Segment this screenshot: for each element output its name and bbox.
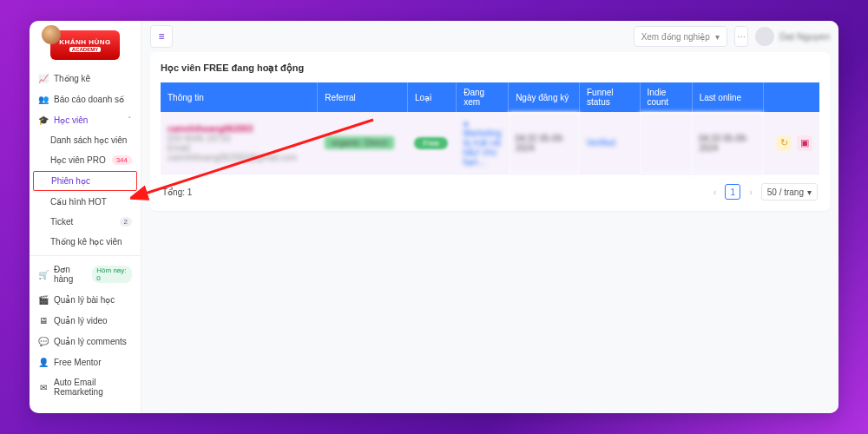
col-actions bbox=[764, 82, 819, 112]
users-icon: 👥 bbox=[38, 94, 49, 104]
mail-icon: ✉ bbox=[38, 382, 49, 392]
nav-label: Học viên bbox=[54, 115, 88, 125]
students-table: Thông tin Referral Loại Đang xem Ngày đă… bbox=[161, 82, 819, 174]
sub-student-stats[interactable]: Thống kê học viên bbox=[30, 232, 141, 252]
nav-label: Auto Email Remarketing bbox=[54, 378, 132, 397]
logo-text-2: ACADEMY bbox=[69, 47, 101, 52]
cell-type: Free bbox=[407, 112, 456, 174]
nav-orders[interactable]: 🛒 Đơn hàng Hôm nay: 0 bbox=[30, 260, 141, 289]
nav-label: Thống kê bbox=[54, 74, 90, 83]
sub-label: Phiên học bbox=[51, 176, 90, 186]
chart-icon: 📈 bbox=[38, 73, 49, 83]
topbar: ≡ Xem đồng nghiệp ▾ ⋯ Dat Nguyen bbox=[141, 21, 838, 52]
more-button[interactable]: ⋯ bbox=[734, 26, 748, 47]
nav-free-mentor[interactable]: 👤 Free Mentor bbox=[30, 352, 141, 372]
sidebar: KHÁNH HÙNG ACADEMY 📈 Thống kê 👥 Báo cáo … bbox=[30, 21, 141, 413]
nav-auto-email[interactable]: ✉ Auto Email Remarketing bbox=[30, 372, 141, 402]
user-menu[interactable]: Dat Nguyen bbox=[755, 27, 830, 46]
col-type[interactable]: Loại bbox=[407, 82, 456, 112]
sub-hot-config[interactable]: Cấu hình HOT bbox=[30, 192, 141, 212]
sub-label: Học viên PRO bbox=[50, 155, 106, 165]
page-next[interactable]: › bbox=[746, 187, 755, 197]
col-last-online[interactable]: Last online bbox=[692, 82, 764, 112]
page-current[interactable]: 1 bbox=[725, 184, 740, 200]
badge-count: 344 bbox=[112, 155, 132, 165]
chevron-down-icon: ▾ bbox=[807, 187, 812, 197]
colleagues-dropdown[interactable]: Xem đồng nghiệp ▾ bbox=[634, 26, 727, 47]
cell-info: camnhihoang062003 033 8046 18733 Email: … bbox=[161, 112, 318, 174]
total-label: Tổng: bbox=[162, 187, 185, 197]
comment-icon: 💬 bbox=[38, 336, 49, 346]
delete-button[interactable]: ▣ bbox=[797, 135, 812, 151]
student-icon: 🎓 bbox=[38, 115, 49, 125]
col-referral[interactable]: Referral bbox=[318, 82, 408, 112]
monitor-icon: 🖥 bbox=[38, 315, 49, 326]
chevron-down-icon: ▾ bbox=[715, 32, 720, 42]
colleagues-label: Xem đồng nghiệp bbox=[641, 32, 710, 42]
sub-label: Ticket bbox=[50, 217, 73, 227]
table-row[interactable]: camnhihoang062003 033 8046 18733 Email: … bbox=[161, 112, 819, 174]
nav-label: Báo cáo doanh số bbox=[54, 95, 124, 104]
col-watching[interactable]: Đang xem bbox=[457, 82, 509, 112]
col-indie[interactable]: Indie count bbox=[640, 82, 692, 112]
cell-actions: ↻ ▣ bbox=[764, 112, 819, 174]
username: Dat Nguyen bbox=[779, 31, 830, 42]
col-funnel[interactable]: Funnel status bbox=[580, 82, 641, 112]
sub-label: Thống kê học viên bbox=[50, 237, 122, 247]
active-free-students-card: Học viên FREE đang hoạt động Thông tin R… bbox=[150, 52, 830, 211]
nav-lessons[interactable]: 🎬 Quản lý bài học bbox=[30, 289, 141, 310]
pagination: ‹ 1 › 50 / trang ▾ bbox=[710, 183, 818, 201]
col-info[interactable]: Thông tin bbox=[161, 82, 318, 112]
col-reg-date[interactable]: Ngày đăng ký bbox=[509, 82, 580, 112]
badge-today: Hôm nay: 0 bbox=[92, 266, 132, 283]
logo: KHÁNH HÙNG ACADEMY bbox=[30, 21, 141, 64]
sub-student-pro[interactable]: Học viên PRO 344 bbox=[30, 150, 141, 170]
sub-ticket[interactable]: Ticket 2 bbox=[30, 212, 141, 232]
chevron-up-icon: ˄ bbox=[128, 115, 132, 124]
sidebar-toggle-button[interactable]: ≡ bbox=[150, 25, 173, 48]
nav-statistics[interactable]: 📈 Thống kê bbox=[30, 68, 141, 89]
nav-videos[interactable]: 🖥 Quản lý video bbox=[30, 310, 141, 331]
logo-text-1: KHÁNH HÙNG bbox=[59, 38, 111, 46]
page-prev[interactable]: ‹ bbox=[710, 187, 720, 197]
nav-label: Quản lý bài học bbox=[54, 295, 115, 305]
card-title: Học viên FREE đang hoạt động bbox=[161, 62, 819, 74]
page-size-select[interactable]: 50 / trang ▾ bbox=[761, 183, 818, 201]
badge-count: 2 bbox=[120, 217, 132, 227]
cell-watching: ● Marketing là một cái bẫy! cho bạn… bbox=[457, 112, 509, 174]
nav-label: Quản lý comments bbox=[54, 337, 127, 346]
sub-label: Danh sách học viên bbox=[50, 135, 127, 145]
avatar bbox=[755, 27, 774, 46]
nav-comments[interactable]: 💬 Quản lý comments bbox=[30, 331, 141, 352]
nav-label: Đơn hàng bbox=[54, 265, 87, 284]
sub-label: Cấu hình HOT bbox=[50, 197, 107, 207]
nav-students[interactable]: 🎓 Học viên ˄ bbox=[30, 109, 141, 130]
restore-button[interactable]: ↻ bbox=[776, 135, 792, 151]
main-content: ≡ Xem đồng nghiệp ▾ ⋯ Dat Nguyen Học viê… bbox=[141, 21, 838, 413]
cart-icon: 🛒 bbox=[38, 269, 49, 279]
nav-label: Free Mentor bbox=[54, 358, 101, 367]
cell-last-online: 04:33 05-09-2024 bbox=[692, 112, 764, 174]
nav-students-submenu: Danh sách học viên Học viên PRO 344 Phiê… bbox=[30, 130, 141, 252]
video-icon: 🎬 bbox=[38, 294, 49, 305]
cell-funnel: Verified bbox=[580, 112, 641, 174]
cell-indie bbox=[640, 112, 692, 174]
nav-label: Quản lý video bbox=[54, 316, 108, 326]
nav-sales-report[interactable]: 👥 Báo cáo doanh số bbox=[30, 89, 141, 109]
sub-student-list[interactable]: Danh sách học viên bbox=[30, 130, 141, 150]
total-value: 1 bbox=[187, 187, 193, 197]
nav-primary: 📈 Thống kê 👥 Báo cáo doanh số 🎓 Học viên… bbox=[30, 64, 141, 405]
cell-reg-date: 04:32 05-09-2024 bbox=[509, 112, 580, 174]
table-footer: Tổng: 1 ‹ 1 › 50 / trang ▾ bbox=[161, 174, 819, 201]
cell-referral: organic: Direct bbox=[318, 112, 408, 174]
sub-sessions[interactable]: Phiên học bbox=[33, 171, 137, 191]
person-icon: 👤 bbox=[38, 357, 49, 367]
